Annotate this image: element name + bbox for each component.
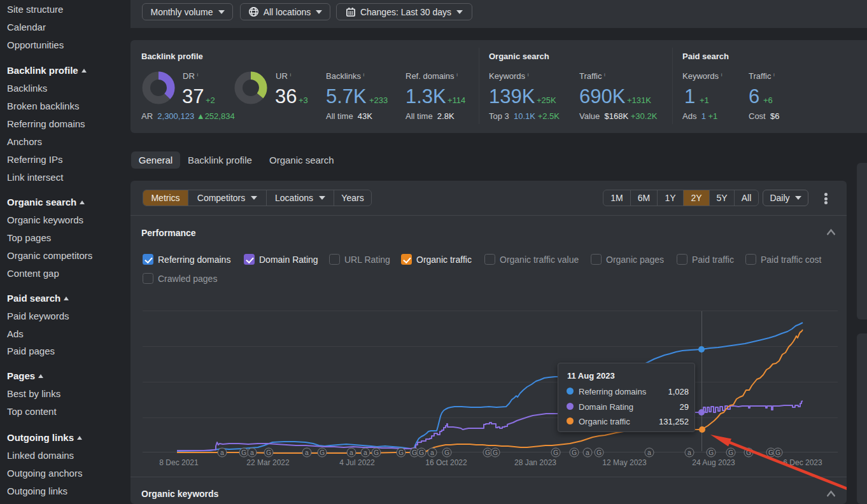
svg-text:G: G xyxy=(320,449,325,456)
svg-text:a: a xyxy=(363,449,367,456)
svg-text:G: G xyxy=(775,449,780,456)
svg-text:22 Mar 2022: 22 Mar 2022 xyxy=(246,458,290,467)
svg-text:G: G xyxy=(266,449,271,456)
svg-text:a: a xyxy=(305,449,309,456)
svg-text:G: G xyxy=(768,449,773,456)
svg-text:24 Aug 2023: 24 Aug 2023 xyxy=(692,458,735,467)
svg-text:12 May 2023: 12 May 2023 xyxy=(602,458,647,467)
svg-text:G: G xyxy=(241,449,246,456)
svg-text:G: G xyxy=(419,449,424,456)
svg-text:G: G xyxy=(493,449,498,456)
svg-text:G: G xyxy=(746,449,751,456)
svg-text:4 Jul 2022: 4 Jul 2022 xyxy=(339,458,375,467)
svg-text:a: a xyxy=(250,449,254,456)
svg-text:a: a xyxy=(647,449,651,456)
svg-text:a: a xyxy=(349,449,353,456)
svg-text:a: a xyxy=(430,449,434,456)
svg-text:G: G xyxy=(374,449,379,456)
svg-text:8 Dec 2021: 8 Dec 2021 xyxy=(159,458,199,467)
svg-text:a: a xyxy=(220,449,224,456)
svg-text:G: G xyxy=(572,449,577,456)
svg-text:G: G xyxy=(553,449,558,456)
svg-text:a: a xyxy=(687,449,691,456)
svg-text:28 Jan 2023: 28 Jan 2023 xyxy=(514,458,556,467)
svg-text:G: G xyxy=(398,449,404,456)
svg-text:G: G xyxy=(708,449,714,456)
svg-text:G: G xyxy=(412,449,417,456)
svg-text:G: G xyxy=(444,449,449,456)
svg-text:G: G xyxy=(485,449,490,456)
svg-text:a: a xyxy=(586,449,589,456)
svg-text:G: G xyxy=(596,449,602,456)
svg-text:G: G xyxy=(728,449,733,456)
svg-text:6 Dec 2023: 6 Dec 2023 xyxy=(783,458,822,467)
svg-text:16 Oct 2022: 16 Oct 2022 xyxy=(425,458,467,467)
